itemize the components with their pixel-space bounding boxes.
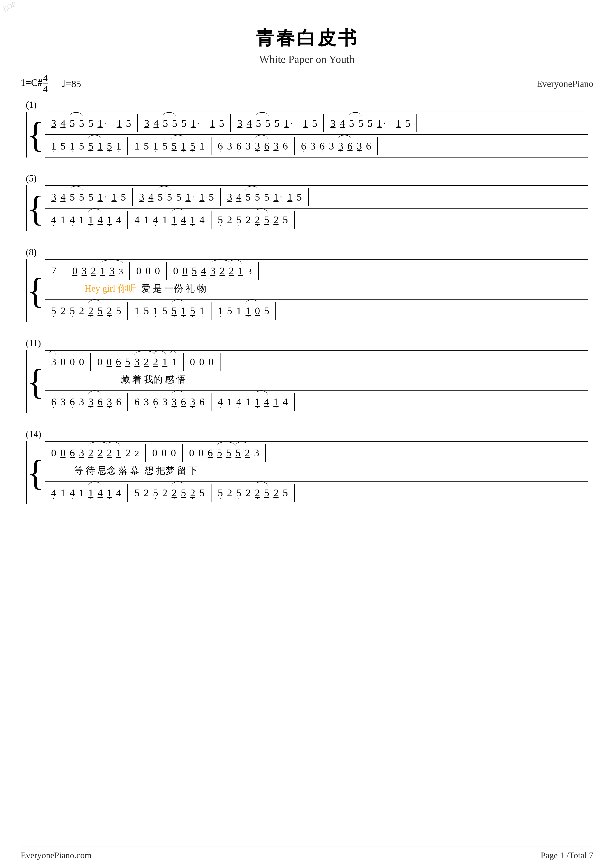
- note: 1: [191, 117, 196, 129]
- bass-m-1-4: 6 3 6 3 36 3 6: [295, 140, 377, 152]
- note: 4: [154, 117, 158, 129]
- note: 1: [396, 117, 401, 129]
- note: 2: [172, 487, 177, 499]
- lyric-8-2: 爱 是 一份 礼 物: [141, 282, 206, 295]
- note: 0: [51, 447, 56, 459]
- note: 2: [245, 487, 251, 499]
- note: 6: [116, 356, 121, 368]
- arc-grp: 5: [70, 191, 75, 203]
- note: 1: [303, 117, 308, 129]
- note: 1: [181, 140, 186, 152]
- note: 5: [116, 305, 121, 317]
- note: 0: [152, 447, 157, 459]
- treble-staff-1: 34 55 5 1 1 5 34: [45, 112, 588, 134]
- note: 6: [264, 140, 269, 152]
- note: 1: [116, 140, 121, 152]
- staves-8: 7 – 0 3 2 13 3 0: [45, 259, 588, 322]
- note: 2: [79, 305, 84, 317]
- note: 1: [107, 214, 112, 226]
- note: 1: [190, 214, 195, 226]
- note: 5: [226, 447, 231, 459]
- note: 5: [163, 117, 168, 129]
- note: 6: [199, 396, 205, 408]
- lyric-row-14: 等 待 思念 落 幕 想 把梦 留 下: [45, 464, 198, 479]
- section-1: (1) { 34 55 5 1 1: [26, 99, 588, 158]
- note: 5: [88, 140, 93, 152]
- note: 5: [153, 487, 158, 499]
- note: 5: [219, 117, 224, 129]
- note: 5: [218, 214, 223, 226]
- note: 6: [70, 447, 75, 459]
- note: 0: [136, 265, 141, 277]
- note: 2: [190, 487, 195, 499]
- note: 2: [153, 356, 158, 368]
- note: 1: [227, 396, 232, 408]
- note: 3: [273, 140, 279, 152]
- note: 6: [283, 140, 288, 152]
- b11-m1: 6 3 6 3 36 3 6: [45, 396, 127, 408]
- note: 0: [72, 265, 78, 277]
- note: 3: [237, 117, 242, 129]
- arc-grp: 1: [100, 265, 105, 277]
- note: 3: [227, 191, 232, 203]
- note: 4: [199, 214, 205, 226]
- note: 1: [245, 305, 251, 317]
- b11-bar3: [294, 393, 295, 411]
- grand-staff-14: { 0 0 6 3 22: [26, 441, 588, 504]
- note: 6: [366, 140, 371, 152]
- note: 2: [91, 265, 96, 277]
- note: 1: [236, 305, 241, 317]
- note: 4: [218, 396, 223, 408]
- note: 3: [51, 191, 56, 203]
- b5-m1: 4 1 4 1 14 1 4: [45, 214, 127, 226]
- note: 0: [171, 447, 176, 459]
- bass-staff-11: 6 3 6 3 36 3 6 6: [45, 390, 588, 413]
- treble-staff-14: 0 0 6 3 22 21 2 2: [45, 441, 588, 481]
- note: 5: [264, 214, 269, 226]
- note: 6: [134, 396, 140, 408]
- note: 6: [236, 140, 241, 152]
- b8-m2: 1 5 1 5 51 5 1: [128, 305, 211, 317]
- note: 1: [273, 191, 279, 203]
- note: 4: [236, 396, 241, 408]
- bbar-4: [377, 137, 378, 155]
- note: 0: [70, 356, 75, 368]
- note: 1: [70, 140, 75, 152]
- grand-staff-1: { 34 55 5 1 1 5: [26, 112, 588, 158]
- b8-m1: 5 2 5 2 25 2 5: [45, 305, 127, 317]
- note: 1: [60, 487, 65, 499]
- note: 2: [255, 487, 260, 499]
- note: 5: [172, 117, 177, 129]
- arc-grp: 3: [172, 396, 177, 408]
- note: 2: [88, 447, 93, 459]
- note: 0: [190, 356, 195, 368]
- note: 1: [172, 214, 177, 226]
- note: 5: [264, 487, 269, 499]
- footer-page: Page 1 /Total 7: [541, 851, 593, 860]
- section-num-8: (8): [26, 247, 588, 257]
- note: 6: [153, 396, 158, 408]
- note: 1: [98, 140, 102, 152]
- note: 5: [162, 305, 167, 317]
- measure-1-1: 34 55 5 1 1 5: [45, 117, 137, 129]
- note: 5: [107, 140, 112, 152]
- note: 5: [167, 191, 172, 203]
- time-denominator: 4: [43, 84, 48, 95]
- note: 1: [172, 356, 177, 368]
- note: 1: [79, 214, 84, 226]
- note: 3: [51, 117, 56, 129]
- t5-m1: 34 55 5 1 1 5: [45, 191, 132, 203]
- note: 4: [70, 214, 75, 226]
- note: 5: [70, 191, 75, 203]
- arc-grp: 3: [88, 396, 93, 408]
- note: 5: [264, 305, 269, 317]
- arc-grp3: 1: [172, 356, 177, 368]
- note: 6: [301, 140, 306, 152]
- note: 2: [255, 214, 260, 226]
- note: 3: [310, 140, 315, 152]
- note: 3: [109, 265, 115, 277]
- arc-grp: 2: [88, 447, 93, 459]
- arc-grp: 2: [172, 487, 177, 499]
- t8-m3: 0 0 5 4 32 21 3: [167, 265, 258, 277]
- note: 0: [79, 356, 84, 368]
